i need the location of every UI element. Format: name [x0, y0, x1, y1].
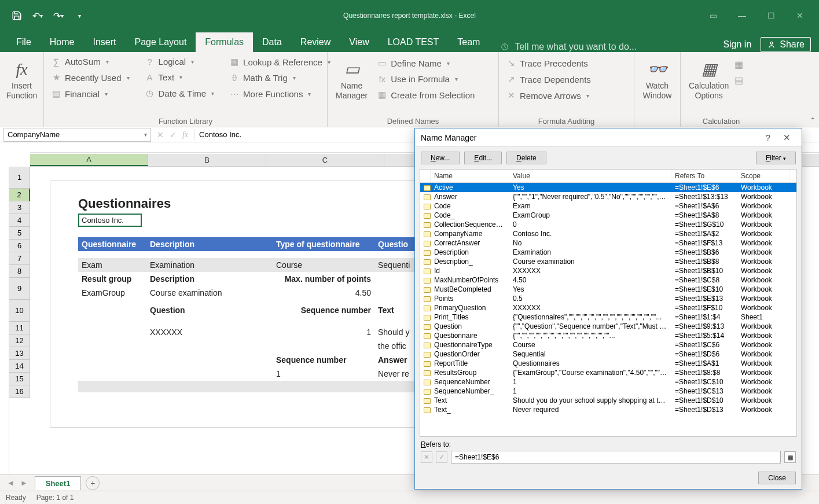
collapse-ribbon-icon[interactable]: ⌃ [810, 116, 816, 124]
name-row[interactable]: QuestionnaireTypeCourse=Sheet1!$C$6Workb… [420, 340, 796, 350]
row-header-15[interactable]: 15 [9, 373, 30, 385]
row-header-8[interactable]: 8 [9, 265, 30, 278]
row-header-3[interactable]: 3 [9, 201, 30, 214]
name-row[interactable]: Text_Never required=Sheet1!$D$13Workbook [420, 405, 796, 414]
name-row[interactable]: Question{"","Question","Sequence number"… [420, 322, 796, 331]
row-header-5[interactable]: 5 [9, 227, 30, 240]
tab-page-layout[interactable]: Page Layout [125, 32, 196, 52]
trace-precedents-button[interactable]: ↘Trace Precedents [504, 57, 629, 69]
save-icon[interactable] [10, 9, 23, 22]
name-row[interactable]: ActiveYes=Sheet1!$E$6Workbook [420, 183, 796, 192]
text-button[interactable]: AText▾ [142, 71, 217, 83]
lookup-button[interactable]: ▦Lookup & Reference▾ [227, 56, 333, 68]
name-row[interactable]: ResultsGroup{"ExamGroup","Course examina… [420, 368, 796, 377]
tell-me-search[interactable]: Tell me what you want to do... [500, 42, 637, 52]
close-dialog-icon[interactable]: ✕ [777, 133, 796, 143]
name-row[interactable]: Print_Titles{"Questionnaires","","","","… [420, 312, 796, 322]
watch-window-button[interactable]: 👓 Watch Window [639, 56, 675, 103]
col-header-b[interactable]: B [148, 154, 266, 166]
name-row[interactable]: QuestionOrderSequential=Sheet1!$D$6Workb… [420, 350, 796, 359]
add-sheet-button[interactable]: + [86, 476, 100, 490]
name-row[interactable]: Questionnaire{"","","","","","","","",""… [420, 331, 796, 340]
name-row[interactable]: SequenceNumber_1=Sheet1!$C$13Workbook [420, 387, 796, 396]
calc-now-icon[interactable]: ▦ [734, 59, 743, 70]
edit-button[interactable]: Edit... [464, 152, 502, 164]
accept-formula-icon[interactable]: ✓ [170, 130, 177, 139]
date-time-button[interactable]: ◷Date & Time▾ [142, 87, 217, 100]
cancel-formula-icon[interactable]: ✕ [157, 130, 164, 139]
name-list[interactable]: Name Value Refers To Scope ActiveYes=She… [420, 169, 797, 437]
calc-sheet-icon[interactable]: ▤ [734, 75, 743, 86]
name-row[interactable]: Code_ExamGroup=Sheet1!$A$8Workbook [420, 211, 796, 220]
row-header-7[interactable]: 7 [9, 252, 30, 265]
share-button[interactable]: Share [761, 37, 811, 52]
tab-view[interactable]: View [340, 32, 378, 52]
remove-arrows-button[interactable]: ✕Remove Arrows▾ [504, 89, 629, 102]
row-header-13[interactable]: 13 [9, 347, 30, 360]
name-row[interactable]: MaxNumberOfPoints4.50=Sheet1!$C$8Workboo… [420, 275, 796, 285]
financial-button[interactable]: ▤Financial▾ [49, 87, 132, 100]
sheet-tab-sheet1[interactable]: Sheet1 [35, 476, 82, 490]
trace-dependents-button[interactable]: ↗Trace Dependents [504, 73, 629, 86]
range-picker-icon[interactable]: ▦ [784, 451, 796, 463]
name-row[interactable]: PrimaryQuestionXXXXXX=Sheet1!$F$10Workbo… [420, 303, 796, 312]
logical-button[interactable]: ?Logical▾ [142, 56, 217, 68]
tab-home[interactable]: Home [41, 32, 84, 52]
name-row[interactable]: CodeExam=Sheet1!$A$6Workbook [420, 201, 796, 211]
name-row[interactable]: MustBeCompletedYes=Sheet1!$E$10Workbook [420, 285, 796, 294]
help-icon[interactable]: ? [759, 133, 777, 142]
tab-file[interactable]: File [7, 32, 41, 52]
row-header-16[interactable]: 16 [9, 385, 30, 398]
math-button[interactable]: θMath & Trig▾ [227, 72, 333, 84]
name-row[interactable]: SequenceNumber1=Sheet1!$C$10Workbook [420, 377, 796, 387]
minimize-icon[interactable]: — [729, 6, 755, 25]
row-header-12[interactable]: 12 [9, 334, 30, 347]
insert-function-button[interactable]: fx Insert Function [5, 56, 39, 103]
name-row[interactable]: TextShould you do your school supply sho… [420, 396, 796, 405]
sheet-next-icon[interactable]: ► [18, 479, 30, 487]
row-header-9[interactable]: 9 [9, 278, 30, 300]
row-header-10[interactable]: 10 [9, 300, 30, 322]
name-row[interactable]: Answer{"","","1","Never required","0.5",… [420, 192, 796, 201]
sign-in-button[interactable]: Sign in [723, 39, 751, 50]
dialog-title-bar[interactable]: Name Manager ? ✕ [415, 128, 802, 147]
calculation-options-button[interactable]: ▦ Calculation Options [685, 56, 732, 103]
recently-used-button[interactable]: ★Recently Used▾ [49, 71, 132, 84]
row-header-1[interactable]: 1 [9, 167, 30, 189]
row-header-4[interactable]: 4 [9, 214, 30, 227]
row-header-2[interactable]: 2 [9, 189, 30, 201]
row-header-14[interactable]: 14 [9, 360, 30, 373]
maximize-icon[interactable]: ☐ [758, 6, 784, 25]
tab-data[interactable]: Data [253, 32, 291, 52]
ribbon-display-icon[interactable]: ▭ [700, 6, 726, 25]
refers-cancel-icon[interactable]: ✕ [421, 451, 432, 463]
qat-customize-icon[interactable]: ▾ [73, 9, 86, 22]
name-row[interactable]: Points0.5=Sheet1!$E$13Workbook [420, 294, 796, 303]
more-functions-button[interactable]: ⋯More Functions▾ [227, 87, 333, 100]
tab-insert[interactable]: Insert [83, 32, 125, 52]
refers-to-input[interactable] [451, 451, 781, 463]
tab-formulas[interactable]: Formulas [196, 32, 253, 52]
name-manager-button[interactable]: ▭ Name Manager [332, 56, 371, 103]
row-header-6[interactable]: 6 [9, 240, 30, 252]
use-in-formula-button[interactable]: fxUse in Formula▾ [374, 73, 477, 85]
sheet-prev-icon[interactable]: ◄ [5, 479, 17, 487]
tab-team[interactable]: Team [448, 32, 489, 52]
col-header-c[interactable]: C [266, 154, 384, 166]
close-button[interactable]: Close [758, 472, 796, 484]
name-row[interactable]: ReportTitleQuestionnaires=Sheet1!$A$1Wor… [420, 359, 796, 368]
name-row[interactable]: CorrectAnswerNo=Sheet1!$F$13Workbook [420, 238, 796, 248]
tab-load-test[interactable]: LOAD TEST [379, 32, 449, 52]
create-from-selection-button[interactable]: ▦Create from Selection [374, 89, 477, 101]
name-row[interactable]: DescriptionExamination=Sheet1!$B$6Workbo… [420, 248, 796, 257]
row-header-11[interactable]: 11 [9, 322, 30, 334]
name-row[interactable]: CollectionSequenceNu...0=Sheet1!$G$10Wor… [420, 220, 796, 229]
autosum-button[interactable]: ∑AutoSum▾ [49, 56, 132, 68]
name-row[interactable]: Description_Course examination=Sheet1!$B… [420, 257, 796, 266]
active-cell[interactable]: Contoso Inc. [78, 214, 142, 227]
name-row[interactable]: IdXXXXXX=Sheet1!$B$10Workbook [420, 266, 796, 275]
define-name-button[interactable]: ▭Define Name▾ [374, 57, 477, 69]
tab-review[interactable]: Review [291, 32, 340, 52]
refers-accept-icon[interactable]: ✓ [436, 451, 447, 463]
new-button[interactable]: NNew...ew... [421, 152, 460, 164]
